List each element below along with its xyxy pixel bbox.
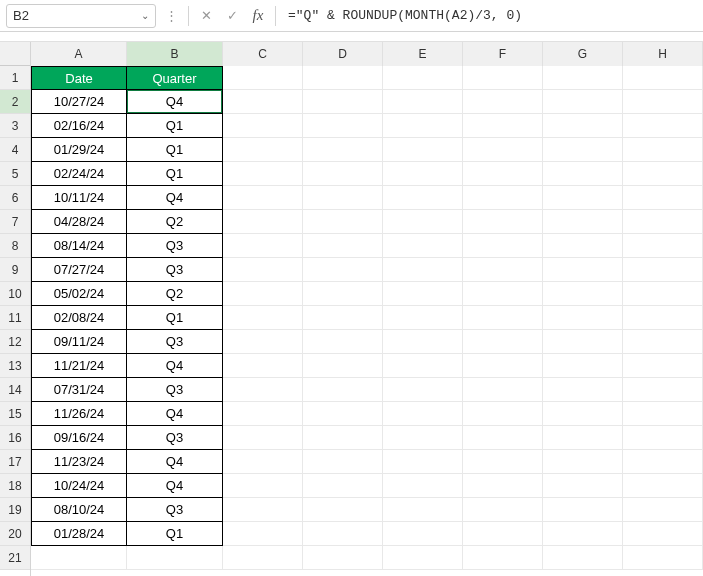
cell-empty[interactable] [463,426,543,450]
cell-date[interactable]: 10/24/24 [31,474,127,498]
cell-empty[interactable] [543,522,623,546]
cell-empty[interactable] [223,546,303,570]
cell-quarter[interactable]: Q1 [127,114,223,138]
cell-empty[interactable] [383,282,463,306]
cell-empty[interactable] [303,450,383,474]
cell-empty[interactable] [463,210,543,234]
cell-empty[interactable] [623,210,703,234]
cell-empty[interactable] [223,354,303,378]
cell-date[interactable]: 11/21/24 [31,354,127,378]
cell-date[interactable]: 09/11/24 [31,330,127,354]
cell-empty[interactable] [623,306,703,330]
cancel-icon[interactable]: ✕ [195,5,217,27]
cell-empty[interactable] [383,138,463,162]
cell-empty[interactable] [223,282,303,306]
cell-empty[interactable] [383,450,463,474]
cell-empty[interactable] [223,306,303,330]
row-header-2[interactable]: 2 [0,90,30,114]
cell-empty[interactable] [303,66,383,90]
cell-date[interactable]: 02/16/24 [31,114,127,138]
cell-date[interactable]: 05/02/24 [31,282,127,306]
col-header-H[interactable]: H [623,42,703,66]
cell-empty[interactable] [543,258,623,282]
cell-empty[interactable] [383,306,463,330]
cell-empty[interactable] [623,282,703,306]
row-header-21[interactable]: 21 [0,546,30,570]
cell-empty[interactable] [543,354,623,378]
cell-empty[interactable] [383,258,463,282]
name-box[interactable]: B2 ⌄ [6,4,156,28]
cell-empty[interactable] [543,210,623,234]
cell-empty[interactable] [223,210,303,234]
cell-empty[interactable] [463,378,543,402]
cell-empty[interactable] [463,186,543,210]
col-header-D[interactable]: D [303,42,383,66]
col-header-A[interactable]: A [31,42,127,66]
cell-empty[interactable] [383,402,463,426]
cell-date[interactable]: 07/27/24 [31,258,127,282]
cell-empty[interactable] [623,522,703,546]
cell-empty[interactable] [303,402,383,426]
cell-empty[interactable] [303,522,383,546]
cell-empty[interactable] [543,378,623,402]
cell-quarter[interactable]: Q4 [127,90,223,114]
cell-empty[interactable] [223,330,303,354]
cell-empty[interactable] [383,474,463,498]
cell-empty[interactable] [543,114,623,138]
col-header-E[interactable]: E [383,42,463,66]
cell-quarter[interactable]: Q2 [127,282,223,306]
cell-quarter[interactable]: Q1 [127,522,223,546]
row-header-8[interactable]: 8 [0,234,30,258]
header-quarter[interactable]: Quarter [127,66,223,90]
header-date[interactable]: Date [31,66,127,90]
cell-empty[interactable] [623,474,703,498]
col-header-C[interactable]: C [223,42,303,66]
cell-empty[interactable] [463,90,543,114]
cell-empty[interactable] [223,426,303,450]
row-header-1[interactable]: 1 [0,66,30,90]
col-header-F[interactable]: F [463,42,543,66]
row-header-7[interactable]: 7 [0,210,30,234]
cell-empty[interactable] [383,186,463,210]
cell-date[interactable]: 08/10/24 [31,498,127,522]
cell-quarter[interactable]: Q1 [127,306,223,330]
cell-date[interactable]: 01/29/24 [31,138,127,162]
cell-empty[interactable] [543,474,623,498]
cell-date[interactable]: 02/08/24 [31,306,127,330]
cell-quarter[interactable]: Q2 [127,210,223,234]
cell-empty[interactable] [303,114,383,138]
cell-empty[interactable] [303,162,383,186]
cell-empty[interactable] [223,138,303,162]
row-header-6[interactable]: 6 [0,186,30,210]
cell-empty[interactable] [383,162,463,186]
cell-empty[interactable] [623,498,703,522]
cell-date[interactable]: 02/24/24 [31,162,127,186]
cell-empty[interactable] [383,66,463,90]
cell-quarter[interactable]: Q4 [127,354,223,378]
cell-empty[interactable] [223,234,303,258]
cell-empty[interactable] [623,186,703,210]
cell-empty[interactable] [463,306,543,330]
cell-empty[interactable] [223,378,303,402]
cell-empty[interactable] [543,330,623,354]
formula-input[interactable] [282,4,697,28]
cell-empty[interactable] [223,162,303,186]
cell-empty[interactable] [543,66,623,90]
cell-empty[interactable] [463,330,543,354]
cell-empty[interactable] [543,186,623,210]
row-header-16[interactable]: 16 [0,426,30,450]
cell-empty[interactable] [543,282,623,306]
cell-empty[interactable] [223,450,303,474]
cell-empty[interactable] [463,258,543,282]
row-header-11[interactable]: 11 [0,306,30,330]
fx-icon[interactable]: fx [247,5,269,27]
row-header-13[interactable]: 13 [0,354,30,378]
row-header-15[interactable]: 15 [0,402,30,426]
cell-empty[interactable] [223,522,303,546]
row-header-3[interactable]: 3 [0,114,30,138]
row-header-17[interactable]: 17 [0,450,30,474]
cell-empty[interactable] [463,402,543,426]
cell-empty[interactable] [623,330,703,354]
cell-empty[interactable] [623,378,703,402]
cell-empty[interactable] [383,426,463,450]
